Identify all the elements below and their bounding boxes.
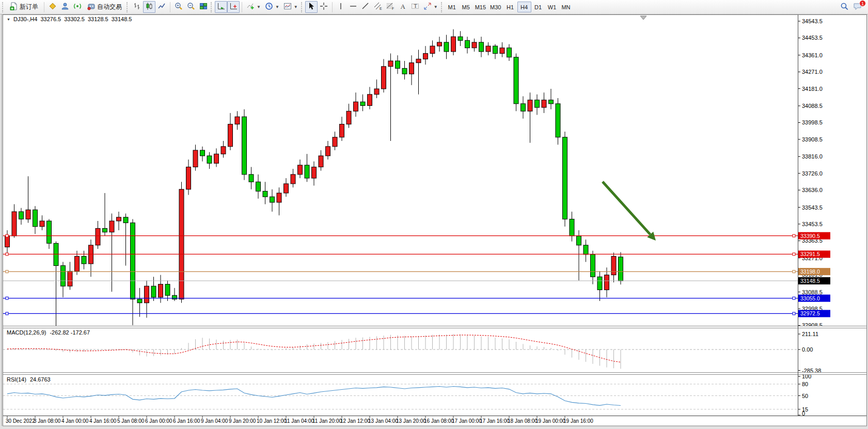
search-icon (840, 2, 849, 12)
crosshair-button[interactable] (318, 1, 330, 13)
cursor-icon (307, 2, 315, 12)
auto-scroll-button[interactable] (215, 1, 227, 13)
trendline-icon (361, 2, 370, 12)
zoom-out-button[interactable] (185, 1, 197, 13)
templates-icon (283, 2, 292, 12)
time-tick-label: 11 Jan 04:00 (285, 418, 314, 424)
text-icon: A (399, 2, 407, 12)
vertical-line-button[interactable] (335, 1, 347, 13)
fibonacci-icon: F (386, 2, 394, 12)
timeframe-mn[interactable]: MN (559, 2, 573, 12)
cursor-button[interactable] (305, 1, 318, 13)
toolbar-grip[interactable] (301, 2, 303, 12)
clock-icon (265, 2, 273, 12)
price-tick-label: 33636.0 (802, 187, 823, 193)
price-tick-label: 33908.5 (802, 136, 823, 142)
svg-text:33148.5: 33148.5 (800, 278, 820, 284)
auto-trading-button[interactable]: 自动交易 (84, 1, 125, 13)
indicators-button[interactable]: ▼ (244, 1, 263, 13)
equidistant-channel-icon: E (374, 2, 382, 12)
dropdown-caret-icon: ▼ (434, 5, 438, 9)
trendline-button[interactable] (359, 1, 372, 13)
macd-name: MACD(12,26,9) (7, 329, 46, 336)
bar-chart-button[interactable] (131, 1, 143, 13)
new-order-icon (10, 2, 18, 12)
hline-handle (793, 297, 795, 299)
horizontal-line-button[interactable] (347, 1, 359, 13)
notifications-button[interactable]: 1 (851, 1, 864, 13)
line-chart-button[interactable] (155, 1, 168, 13)
svg-text:32972.5: 32972.5 (800, 310, 820, 316)
tile-windows-icon (199, 2, 208, 12)
chart-canvas[interactable]: 34543.534453.534361.034271.034181.034088… (0, 14, 868, 429)
toolbar-grip[interactable] (127, 2, 129, 12)
hline-handle (6, 312, 8, 315)
time-tick-label: 5 Jan 08:00 (117, 418, 145, 424)
timeframe-m30[interactable]: M30 (488, 2, 503, 12)
text-button[interactable]: A (397, 1, 409, 13)
auto-trading-label: 自动交易 (97, 3, 122, 11)
time-tick-label: 13 Jan 04:00 (368, 418, 398, 424)
timeframe-w1[interactable]: W1 (545, 2, 559, 12)
timeframe-m5[interactable]: M5 (459, 2, 473, 12)
toolbar-separator (44, 2, 44, 12)
price-tick-label: 34181.0 (802, 86, 823, 92)
time-tick-label: 13 Jan 20:00 (396, 418, 426, 424)
svg-text:33291.5: 33291.5 (800, 251, 820, 257)
crosshair-icon (320, 2, 328, 12)
chart-header: ▼ DJ30-,H4 33276.5 33302.5 33128.5 33148… (7, 16, 132, 22)
timeframe-h1[interactable]: H1 (503, 2, 517, 12)
time-tick-label: 18 Jan 08:00 (508, 418, 538, 424)
timeframe-d1[interactable]: D1 (531, 2, 545, 12)
time-tick-label: 12 Jan 12:00 (340, 418, 370, 424)
price-tick-label: 33816.0 (802, 153, 823, 160)
rsi-value: 24.6763 (30, 376, 51, 383)
hline-handle (793, 234, 795, 237)
rsi-tick-label: 50 (802, 393, 808, 399)
fibonacci-button[interactable]: F (384, 1, 397, 13)
macd-values: -262.82 -172.67 (50, 329, 90, 336)
templates-button[interactable]: ▼ (281, 1, 300, 13)
chart-dropdown-icon[interactable]: ▼ (7, 18, 10, 21)
timeframe-h4[interactable]: H4 (517, 2, 531, 12)
time-tick-label: 19 Jan 00:00 (535, 418, 565, 424)
timeframe-m1[interactable]: M1 (445, 2, 459, 12)
indicators-icon (246, 2, 255, 12)
zoom-in-button[interactable] (172, 1, 185, 13)
signals-button[interactable] (71, 1, 84, 13)
ohlc-low: 33128.5 (88, 16, 108, 22)
macd-tick-label: 211.11 (802, 331, 818, 337)
toolbar-grip[interactable] (441, 2, 443, 12)
arrows-icon (423, 2, 432, 12)
time-tick-label: 30 Dec 2022 (6, 418, 35, 424)
dropdown-caret-icon: ▼ (294, 5, 298, 9)
hline-handle (6, 234, 8, 237)
svg-text:33390.5: 33390.5 (800, 233, 820, 239)
rsi-name: RSI(14) (7, 376, 26, 383)
toolbar-grip[interactable] (211, 2, 213, 12)
horizontal-line-icon (349, 2, 357, 12)
timeframe-m15[interactable]: M15 (473, 2, 488, 12)
toolbar-grip[interactable] (2, 2, 4, 12)
ohlc-open: 33276.5 (40, 16, 61, 22)
svg-text:T: T (414, 3, 417, 9)
svg-text:E: E (380, 7, 382, 10)
equidistant-channel-button[interactable]: E (372, 1, 384, 13)
svg-text:33055.0: 33055.0 (800, 295, 820, 301)
periods-button[interactable]: ▼ (263, 1, 281, 13)
new-order-button[interactable]: 新订单 (6, 1, 42, 13)
ohlc-close: 33148.5 (112, 16, 132, 22)
chart-shift-button[interactable] (227, 1, 240, 13)
charts-button[interactable] (46, 1, 59, 13)
dropdown-caret-icon: ▼ (275, 5, 279, 9)
label-button[interactable]: T (409, 1, 421, 13)
profiles-button[interactable] (59, 1, 71, 13)
search-button[interactable] (838, 1, 851, 13)
hline-handle (793, 271, 795, 273)
svg-text:33198.0: 33198.0 (800, 268, 820, 275)
time-tick-label: 9 Jan 04:00 (201, 418, 228, 424)
tile-windows-button[interactable] (197, 1, 210, 13)
candlestick-chart-button[interactable] (143, 1, 155, 13)
arrows-button[interactable]: ▼ (421, 1, 440, 13)
timeframe-toolbar: M1 M5 M15 M30 H1 H4 D1 W1 MN (445, 2, 573, 12)
